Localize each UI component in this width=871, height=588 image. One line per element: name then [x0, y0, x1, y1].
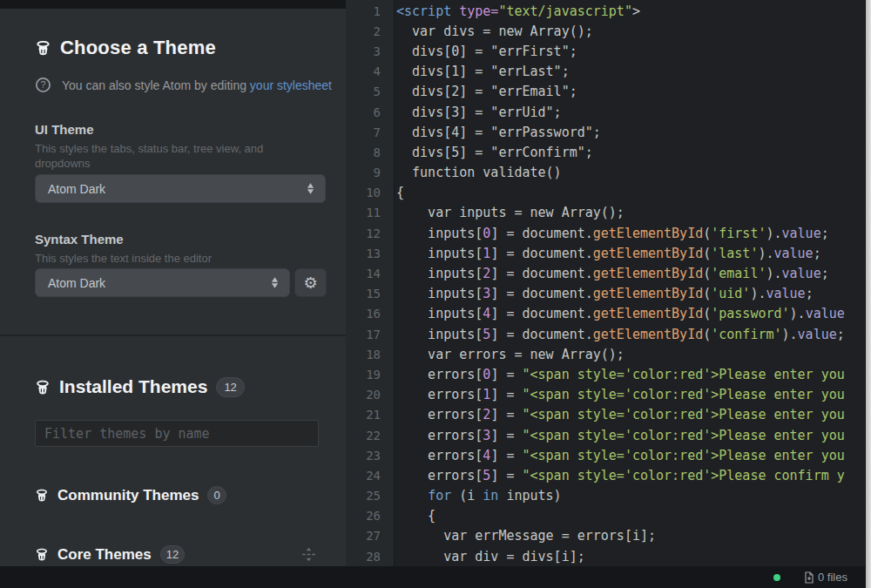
code-line[interactable]: 12 inputs[0] = document.getElementById('… [346, 223, 865, 243]
line-number: 20 [346, 388, 395, 402]
line-number: 11 [346, 206, 395, 220]
file-plus-icon [803, 571, 815, 584]
syntax-theme-description: This styles the text inside the editor [35, 251, 322, 266]
code-text: var divs = new Array(); [395, 24, 865, 39]
stylesheet-link[interactable]: your stylesheet [250, 78, 332, 92]
question-icon: ? [35, 77, 51, 93]
core-themes-count-badge: 12 [160, 545, 185, 564]
line-number: 12 [346, 226, 395, 240]
code-line[interactable]: 25 for (i in inputs) [346, 486, 865, 506]
code-text: divs[0] = "errFirst"; [395, 44, 865, 59]
code-line[interactable]: 9 function validate() [346, 163, 865, 183]
filter-themes-input[interactable] [35, 420, 319, 447]
code-text: { [395, 508, 865, 524]
code-line[interactable]: 4 divs[1] = "errLast"; [346, 62, 865, 82]
installed-themes-heading: Installed Themes 12 [35, 376, 245, 397]
line-number: 2 [346, 24, 395, 38]
code-text: errors[0] = "<span style='color:red'>Ple… [395, 367, 865, 382]
code-text: inputs[1] = document.getElementById('las… [395, 246, 865, 261]
gear-icon: ⚙ [303, 274, 317, 293]
line-number: 28 [346, 550, 395, 564]
line-number: 19 [346, 368, 395, 382]
code-lines: 1<script type="text/javascript">2 var di… [346, 1, 865, 566]
community-themes-heading: Community Themes 0 [35, 486, 226, 504]
code-text: inputs[2] = document.getElementById('ema… [395, 266, 865, 281]
syntax-theme-selected-value: Atom Dark [48, 276, 271, 290]
code-text: errors[3] = "<span style='color:red'>Ple… [395, 428, 865, 443]
code-line[interactable]: 7 divs[4] = "errPassword"; [346, 122, 865, 142]
syntax-theme-select[interactable]: Atom Dark [35, 268, 290, 297]
line-number: 1 [346, 4, 395, 18]
line-number: 27 [346, 529, 395, 543]
line-number: 10 [346, 186, 395, 199]
code-line[interactable]: 20 errors[1] = "<span style='color:red'>… [346, 385, 865, 405]
code-text: errors[4] = "<span style='color:red'>Ple… [395, 448, 865, 463]
installed-themes-title: Installed Themes [59, 376, 207, 397]
line-number: 9 [346, 166, 395, 179]
code-line[interactable]: 10{ [346, 183, 865, 203]
ui-theme-select[interactable]: Atom Dark [35, 174, 326, 203]
code-line[interactable]: 1<script type="text/javascript"> [346, 1, 865, 21]
code-text: <script type="text/javascript"> [395, 3, 865, 19]
code-line[interactable]: 16 inputs[4] = document.getElementById('… [346, 304, 865, 324]
code-line[interactable]: 22 errors[3] = "<span style='color:red'>… [346, 425, 865, 445]
hint-text: You can also style Atom by editing [62, 78, 246, 92]
syntax-theme-label: Syntax Theme [35, 232, 322, 247]
community-themes-count-badge: 0 [207, 486, 226, 504]
paintcan-icon [35, 38, 51, 57]
code-line[interactable]: 24 errors[5] = "<span style='color:red'>… [346, 465, 865, 485]
code-text: divs[4] = "errPassword"; [395, 125, 865, 140]
line-number: 16 [346, 307, 395, 321]
code-line[interactable]: 28 var div = divs[i]; [346, 546, 865, 566]
code-line[interactable]: 5 divs[2] = "errEmail"; [346, 82, 865, 102]
community-themes-title: Community Themes [57, 487, 199, 504]
git-files-status[interactable]: 0 files [803, 571, 847, 584]
ui-theme-description: This styles the tabs, status bar, tree v… [35, 141, 296, 171]
code-line[interactable]: 13 inputs[1] = document.getElementById('… [346, 243, 865, 263]
screen-edge-strip [865, 0, 871, 588]
syntax-theme-setting: Syntax Theme This styles the text inside… [35, 232, 322, 266]
panel-top-strip [0, 0, 346, 9]
code-text: var inputs = new Array(); [395, 205, 865, 220]
code-editor[interactable]: 1<script type="text/javascript">2 var di… [346, 0, 865, 566]
chevron-updown-icon [307, 183, 314, 194]
choose-theme-heading: Choose a Theme [35, 37, 216, 59]
code-text: divs[3] = "errUid"; [395, 105, 865, 120]
code-text: divs[5] = "errConfirm"; [395, 145, 865, 160]
code-text: divs[2] = "errEmail"; [395, 84, 865, 99]
installed-themes-count-badge: 12 [216, 377, 244, 397]
ui-theme-setting: UI Theme This styles the tabs, status ba… [35, 122, 322, 171]
code-line[interactable]: 11 var inputs = new Array(); [346, 203, 865, 223]
line-number: 18 [346, 348, 395, 362]
core-themes-heading: Core Themes 12 [35, 545, 185, 564]
paintcan-icon [35, 487, 49, 504]
code-text: errors[1] = "<span style='color:red'>Ple… [395, 387, 865, 402]
code-line[interactable]: 18 var errors = new Array(); [346, 344, 865, 364]
stylesheet-hint: ? You can also style Atom by editing you… [35, 77, 332, 93]
code-line[interactable]: 14 inputs[2] = document.getElementById('… [346, 263, 865, 283]
line-number: 5 [346, 84, 395, 98]
code-line[interactable]: 2 var divs = new Array(); [346, 21, 865, 41]
code-line[interactable]: 3 divs[0] = "errFirst"; [346, 41, 865, 61]
unfold-button[interactable] [301, 547, 316, 565]
syntax-theme-settings-button[interactable]: ⚙ [294, 268, 327, 297]
code-line[interactable]: 6 divs[3] = "errUid"; [346, 102, 865, 122]
code-line[interactable]: 8 divs[5] = "errConfirm"; [346, 142, 865, 162]
code-line[interactable]: 19 errors[0] = "<span style='color:red'>… [346, 364, 865, 384]
line-number: 3 [346, 44, 395, 58]
ui-theme-selected-value: Atom Dark [48, 182, 307, 196]
theme-settings-panel: Choose a Theme ? You can also style Atom… [0, 0, 346, 566]
package-status-dot [773, 574, 780, 581]
code-line[interactable]: 21 errors[2] = "<span style='color:red'>… [346, 405, 865, 425]
code-line[interactable]: 27 var errMessage = errors[i]; [346, 526, 865, 546]
code-line[interactable]: 26 { [346, 506, 865, 526]
paintcan-icon [35, 546, 49, 563]
code-line[interactable]: 23 errors[4] = "<span style='color:red'>… [346, 445, 865, 465]
ui-theme-label: UI Theme [35, 122, 322, 137]
code-text: for (i in inputs) [395, 488, 865, 504]
code-text: function validate() [395, 165, 865, 180]
code-text: inputs[3] = document.getElementById('uid… [395, 286, 865, 301]
code-line[interactable]: 15 inputs[3] = document.getElementById('… [346, 284, 865, 304]
code-line[interactable]: 17 inputs[5] = document.getElementById('… [346, 324, 865, 344]
line-number: 13 [346, 247, 395, 260]
